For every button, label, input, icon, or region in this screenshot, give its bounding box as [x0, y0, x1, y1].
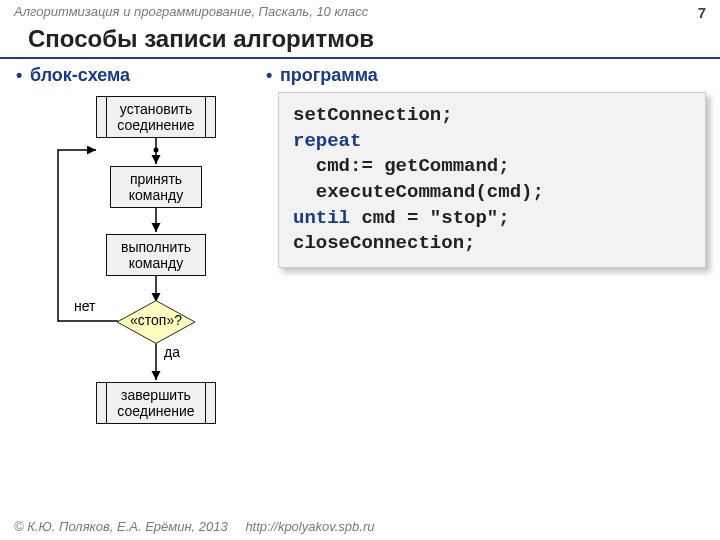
copyright: © К.Ю. Поляков, Е.А. Ерёмин, 2013 — [14, 519, 228, 534]
slide-footer: © К.Ю. Поляков, Е.А. Ерёмин, 2013 http:/… — [14, 519, 374, 534]
flowchart: установить соединение принять команду вы… — [28, 92, 258, 472]
code-line-1: setConnection; — [293, 103, 691, 129]
course-label: Алгоритмизация и программирование, Паска… — [14, 4, 368, 21]
code-kw-repeat: repeat — [293, 130, 361, 152]
footer-url: http://kpolyakov.spb.ru — [245, 519, 374, 534]
fc-decision-stop: «стоп»? — [116, 302, 196, 342]
code-line-4: executeCommand(cmd); — [293, 180, 691, 206]
heading-program: программа — [278, 65, 706, 86]
heading-flowchart: блок-схема — [28, 65, 268, 86]
code-line-5-rest: cmd = "stop"; — [350, 207, 510, 229]
fc-step-closeconnection: завершить соединение — [96, 382, 216, 424]
code-line-3: cmd:= getCommand; — [293, 154, 691, 180]
svg-point-4 — [154, 148, 159, 153]
fc-label-no: нет — [74, 298, 95, 314]
fc-label-yes: да — [164, 344, 180, 360]
code-line-6: closeConnection; — [293, 231, 691, 257]
page-title: Способы записи алгоритмов — [0, 23, 720, 59]
code-block: setConnection; repeat cmd:= getCommand; … — [278, 92, 706, 268]
fc-step-execute: выполнить команду — [106, 234, 206, 276]
fc-step-setconnection: установить соединение — [96, 96, 216, 138]
code-kw-until: until — [293, 207, 350, 229]
fc-step-getcommand: принять команду — [110, 166, 202, 208]
slide-header: Алгоритмизация и программирование, Паска… — [0, 0, 720, 23]
page-number: 7 — [698, 4, 706, 21]
